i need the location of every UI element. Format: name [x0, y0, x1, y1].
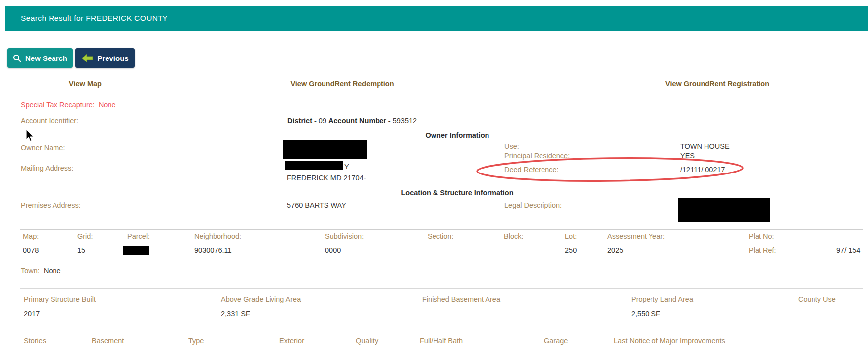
view-groundrent-redemption-link[interactable]: View GroundRent Redemption: [290, 80, 394, 88]
page-title: Search Result for FREDERICK COUNTY: [21, 14, 168, 23]
deed-reference-value: /12111/ 00217: [680, 166, 725, 173]
type-header: Type: [188, 337, 204, 345]
special-tax-recapture-label: Special Tax Recapture:: [21, 101, 95, 109]
parcel-table-top-border: [20, 229, 863, 230]
back-arrow-icon: [81, 54, 93, 62]
new-search-label: New Search: [25, 54, 67, 62]
location-structure-title: Location & Structure Information: [401, 189, 513, 197]
legal-description-label: Legal Description:: [504, 201, 562, 209]
neighborhood-header: Neighborhood:: [194, 232, 241, 240]
district-value: 09: [319, 117, 326, 125]
account-identifier-label: Account Identifier:: [21, 117, 78, 125]
mailing-address-redaction: [285, 161, 343, 170]
new-search-button[interactable]: New Search: [7, 48, 73, 68]
primary-structure-built-value: 2017: [24, 310, 40, 318]
owner-name-label: Owner Name:: [21, 144, 65, 152]
mailing-address-line1-visible: Y: [344, 163, 349, 171]
deed-reference-label: Deed Reference:: [504, 166, 559, 173]
last-notice-major-improvements-header: Last Notice of Major Improvements: [614, 337, 725, 345]
garage-header: Garage: [544, 337, 568, 345]
owner-name-redaction: [283, 140, 367, 159]
account-number-label: Account Number -: [328, 117, 391, 125]
map-header: Map:: [23, 232, 39, 240]
mailing-address-line2: FREDERICK MD 21704-: [287, 174, 366, 182]
grid-value: 15: [77, 246, 85, 254]
neighborhood-value: 9030076.11: [194, 246, 232, 254]
premises-address-value: 5760 BARTS WAY: [287, 201, 346, 209]
view-map-link[interactable]: View Map: [69, 80, 102, 88]
mailing-address-label: Mailing Address:: [21, 164, 73, 172]
plat-ref-label: Plat Ref:: [749, 246, 776, 254]
principal-residence-value: YES: [680, 152, 695, 160]
owner-information-title: Owner Information: [426, 131, 489, 139]
property-land-area-value: 2,550 SF: [631, 310, 660, 318]
parcel-table-bottom-border: [20, 258, 863, 258]
finished-basement-area-header: Finished Basement Area: [422, 295, 500, 303]
section-header: Section:: [428, 232, 453, 240]
plat-ref-value: 97/ 154: [836, 246, 860, 254]
town-row: Town: None: [21, 267, 61, 275]
district-label: District -: [287, 117, 317, 125]
above-grade-living-area-header: Above Grade Living Area: [221, 295, 301, 303]
top-hairline: [0, 1, 868, 1]
legal-description-redaction: [678, 198, 770, 222]
principal-residence-label: Principal Residence:: [504, 152, 570, 160]
lot-value: 250: [565, 246, 577, 254]
previous-label: Previous: [97, 54, 128, 62]
primary-structure-built-header: Primary Structure Built: [24, 295, 96, 303]
above-grade-living-area-value: 2,331 SF: [221, 310, 250, 318]
premises-address-label: Premises Address:: [21, 201, 81, 209]
town-label: Town:: [21, 267, 40, 275]
divider-structure-1: [20, 288, 863, 289]
subdivision-header: Subdivision:: [325, 232, 364, 240]
lot-header: Lot:: [565, 232, 577, 240]
parcel-header: Parcel:: [127, 232, 150, 240]
parcel-value-redaction: [123, 246, 149, 255]
view-groundrent-registration-link[interactable]: View GroundRent Registration: [665, 80, 769, 88]
divider-top: [20, 97, 863, 97]
assessment-year-value: 2025: [607, 246, 623, 254]
previous-button[interactable]: Previous: [75, 48, 135, 68]
special-tax-recapture-row: Special Tax Recapture: None: [21, 101, 116, 109]
plat-no-header: Plat No:: [749, 232, 774, 240]
property-land-area-header: Property Land Area: [631, 295, 693, 303]
mouse-cursor: [25, 129, 35, 143]
divider-structure-2: [20, 328, 863, 328]
exterior-header: Exterior: [279, 337, 304, 345]
county-use-header: County Use: [798, 295, 836, 303]
town-value: None: [44, 267, 61, 275]
special-tax-recapture-value: None: [99, 101, 116, 109]
use-label: Use:: [504, 142, 519, 150]
block-header: Block:: [504, 232, 524, 240]
account-identifier-value: District - 09 Account Number - 593512: [287, 117, 417, 125]
search-icon: [13, 54, 21, 62]
stories-header: Stories: [24, 337, 46, 345]
search-result-page: Search Result for FREDERICK COUNTY New S…: [0, 0, 868, 346]
quality-header: Quality: [356, 337, 378, 345]
page-header-bar: Search Result for FREDERICK COUNTY: [5, 6, 868, 31]
subdivision-value: 0000: [325, 246, 341, 254]
account-number-value: 593512: [393, 117, 417, 125]
full-half-bath-header: Full/Half Bath: [420, 337, 463, 345]
assessment-year-header: Assessment Year:: [607, 232, 665, 240]
use-value: TOWN HOUSE: [680, 142, 730, 150]
map-value: 0078: [23, 246, 39, 254]
grid-header: Grid:: [77, 232, 93, 240]
basement-header: Basement: [92, 337, 124, 345]
